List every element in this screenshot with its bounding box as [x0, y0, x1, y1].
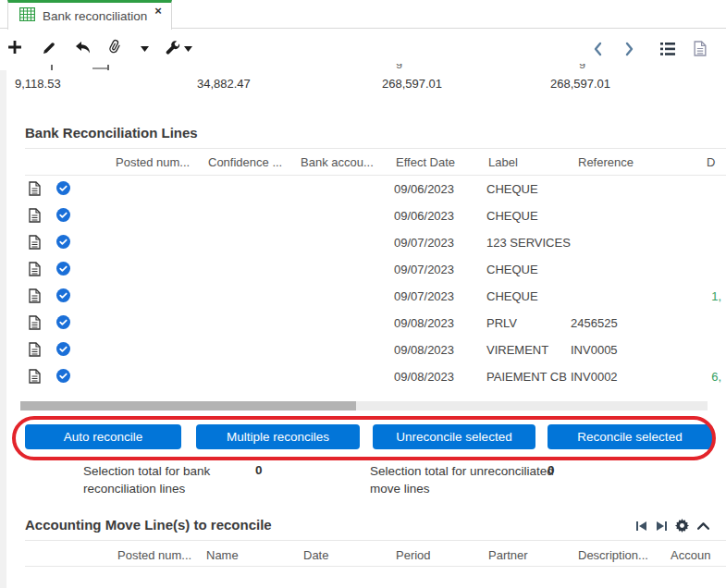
tools-caret-down-icon[interactable]	[184, 46, 192, 52]
close-icon[interactable]: ×	[154, 6, 162, 16]
column-header[interactable]: Date	[303, 548, 328, 562]
label-cell: CHEQUE	[486, 263, 538, 276]
posted-check-icon	[56, 262, 70, 276]
document-icon[interactable]	[29, 181, 41, 196]
undo-icon[interactable]	[75, 41, 91, 55]
selection-total-move-value: 0	[548, 463, 555, 477]
last-page-icon[interactable]	[656, 521, 667, 532]
column-header[interactable]: Bank accou...	[301, 155, 374, 169]
edit-pencil-icon[interactable]	[42, 41, 56, 55]
column-header[interactable]: Description...	[578, 548, 648, 562]
summary-value: 9,118.53	[15, 77, 61, 91]
move-lines-header-row: Posted num...NameDatePeriodPartnerDescri…	[0, 548, 726, 567]
column-header[interactable]: Posted num...	[117, 548, 191, 562]
reference-cell: INV0005	[571, 343, 618, 357]
horizontal-scrollbar-thumb[interactable]	[20, 401, 356, 410]
effect-date-cell: 09/06/2023	[394, 209, 454, 223]
effect-date-cell: 09/07/2023	[394, 236, 454, 250]
gear-icon[interactable]	[675, 519, 689, 533]
summary-value: 268,597.01	[550, 77, 610, 91]
table-row[interactable]: 09/08/2023 PRLV 2456525	[0, 310, 726, 337]
column-header[interactable]: Accoun	[671, 548, 710, 562]
effect-date-cell: 09/06/2023	[394, 182, 454, 196]
toolbar	[0, 30, 726, 68]
effect-date-cell: 09/07/2023	[394, 263, 454, 276]
posted-check-icon	[56, 181, 70, 195]
move-lines-panel-controls	[636, 519, 709, 533]
divider	[25, 566, 726, 567]
attachment-caret-down-icon[interactable]	[141, 46, 149, 52]
posted-check-icon	[56, 288, 70, 302]
panel-title-bank-reconciliation-lines: Bank Reconciliation Lines	[25, 125, 198, 141]
selection-total-brl-value: 0	[255, 463, 263, 477]
label-cell: CHEQUE	[486, 209, 538, 223]
selection-total-move-label: Selection total for unreconciliated move…	[370, 462, 560, 497]
column-header[interactable]: Effect Date	[396, 155, 455, 169]
document-icon[interactable]	[29, 208, 41, 223]
brl-header-row: Posted num...Confidence ...Bank accou...…	[0, 155, 726, 174]
posted-check-icon	[56, 208, 70, 222]
document-icon[interactable]	[29, 369, 41, 384]
table-row[interactable]: 09/08/2023 PAIEMENT CB INV0002 6,	[0, 363, 726, 390]
column-header[interactable]: Label	[488, 155, 518, 169]
horizontal-scrollbar-track[interactable]	[20, 401, 708, 410]
tab-bar: Bank reconciliation ×	[0, 0, 726, 29]
table-row[interactable]: 09/08/2023 VIREMENT INV0005	[0, 337, 726, 363]
table-row[interactable]: 09/07/2023 CHEQUE	[0, 256, 726, 283]
attachment-paperclip-icon[interactable]	[106, 37, 124, 56]
column-header[interactable]: D	[707, 155, 715, 169]
chevron-right-icon[interactable]	[625, 42, 634, 56]
list-view-icon[interactable]	[660, 43, 675, 55]
divider	[25, 148, 726, 149]
debit-cell: 1,	[711, 289, 721, 303]
column-header[interactable]: Name	[206, 548, 239, 562]
label-cell: VIREMENT	[486, 343, 548, 357]
table-row[interactable]: 09/06/2023 CHEQUE	[0, 202, 726, 229]
panel-title-move-lines: Accounting Move Line(s) to reconcile	[25, 517, 272, 533]
add-icon[interactable]	[7, 40, 22, 55]
column-header[interactable]: Period	[396, 548, 431, 562]
tab-title: Bank reconciliation	[43, 9, 147, 23]
effect-date-cell: 09/08/2023	[394, 370, 454, 384]
summary-value: 34,882.47	[197, 77, 251, 91]
unreconcile-selected-button[interactable]: Unreconcile selected	[373, 424, 535, 449]
first-page-icon[interactable]	[636, 521, 647, 532]
column-header[interactable]: Partner	[488, 548, 528, 562]
document-icon[interactable]	[29, 235, 41, 250]
column-header[interactable]: Posted num...	[116, 155, 190, 169]
label-cell: CHEQUE	[486, 289, 538, 303]
debit-cell: 6,	[711, 370, 721, 384]
multiple-reconciles-button[interactable]: Multiple reconciles	[196, 424, 360, 449]
document-icon[interactable]	[29, 342, 41, 357]
table-row[interactable]: 09/07/2023 123 SERVICES	[0, 229, 726, 256]
posted-check-icon	[56, 235, 70, 249]
label-cell: PAIEMENT CB	[486, 370, 567, 384]
tab-bank-reconciliation[interactable]: Bank reconciliation ×	[7, 0, 172, 30]
document-icon[interactable]	[29, 288, 41, 303]
column-header[interactable]: Reference	[578, 155, 634, 169]
posted-check-icon	[56, 342, 70, 356]
effect-date-cell: 09/08/2023	[394, 316, 454, 330]
posted-check-icon	[56, 369, 70, 383]
column-header[interactable]: Confidence ...	[208, 155, 282, 169]
clipped-label-fragment	[92, 67, 107, 69]
bank-reconciliation-rows: 09/06/2023 CHEQUE 09/06/2023 CHEQUE 09/0…	[0, 176, 726, 391]
auto-reconcile-button[interactable]: Auto reconcile	[25, 424, 181, 449]
label-cell: PRLV	[486, 316, 517, 330]
document-icon[interactable]	[29, 262, 41, 276]
reference-cell: INV0002	[571, 370, 618, 384]
chevron-left-icon[interactable]	[593, 42, 602, 56]
clipped-label-fragment: g	[396, 64, 405, 70]
label-cell: 123 SERVICES	[486, 236, 571, 250]
clipped-label-fragment	[107, 65, 109, 70]
effect-date-cell: 09/08/2023	[394, 343, 454, 357]
tools-wrench-icon[interactable]	[166, 41, 181, 56]
table-row[interactable]: 09/06/2023 CHEQUE	[0, 176, 726, 202]
document-icon[interactable]	[29, 315, 41, 330]
posted-check-icon	[56, 315, 70, 329]
selection-total-brl-label: Selection total for bank reconciliation …	[83, 462, 239, 497]
table-row[interactable]: 09/07/2023 CHEQUE 1,	[0, 283, 726, 310]
reconcile-selected-button[interactable]: Reconcile selected	[548, 424, 712, 449]
collapse-chevron-up-icon[interactable]	[697, 521, 709, 530]
document-view-icon[interactable]	[694, 41, 707, 56]
